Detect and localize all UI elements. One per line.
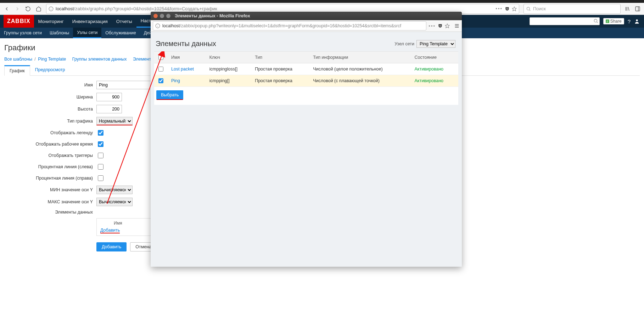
node-select[interactable]: Ping Template — [416, 40, 455, 48]
user-icon[interactable] — [634, 18, 640, 24]
pocket-icon[interactable] — [505, 6, 510, 11]
row-checkbox[interactable] — [158, 67, 163, 72]
address-text: localhost/zabbix/graphs.php?groupid=0&ho… — [56, 6, 493, 11]
table-row[interactable]: Ping icmpping[] Простая проверка Числово… — [154, 75, 458, 87]
more-icon[interactable]: ••• — [429, 23, 436, 29]
ymax-label: МАКС значение оси Y — [4, 199, 96, 204]
bc-ping-template[interactable]: Ping Template — [38, 57, 66, 62]
nav2-hostgroups[interactable]: Группы узлов сети — [0, 28, 46, 38]
popup-title-bar[interactable]: Элементы данных - Mozilla Firefox — [151, 12, 462, 20]
item-key: icmppingloss[] — [207, 63, 252, 75]
percent-left-checkbox[interactable] — [98, 164, 103, 170]
zabbix-logo[interactable]: ZABBIX — [4, 15, 34, 28]
popup-url-input[interactable]: localhost/zabbix/popup.php?writeonly=1&m… — [153, 21, 426, 30]
items-label: Элементы данных — [4, 210, 96, 215]
nav2-hosts[interactable]: Узлы сети — [73, 28, 101, 38]
triggers-checkbox[interactable] — [98, 153, 103, 158]
ymax-select[interactable]: Вычисляемое — [96, 198, 133, 206]
submit-button[interactable]: Добавить — [96, 242, 127, 251]
tab-graph[interactable]: График — [4, 65, 30, 76]
window-min-icon[interactable] — [160, 14, 164, 18]
node-label: Узел сети — [394, 41, 414, 46]
search-icon — [593, 18, 598, 23]
item-type: Простая проверка — [252, 63, 310, 75]
percent-right-checkbox[interactable] — [98, 175, 103, 181]
item-name-link[interactable]: Ping — [171, 78, 180, 83]
item-info: Числовой (с плавающей точкой) — [310, 75, 411, 87]
zabbix-search-input[interactable] — [530, 17, 600, 25]
ymin-select[interactable]: Вычисляемое — [96, 186, 133, 194]
col-name[interactable]: Имя — [168, 52, 207, 63]
svg-line-5 — [529, 10, 530, 11]
svg-point-4 — [527, 7, 530, 10]
table-row[interactable]: Lost packet icmppingloss[] Простая прове… — [154, 63, 458, 75]
col-info[interactable]: Тип информации — [310, 52, 411, 63]
items-popup-window: Элементы данных - Mozilla Firefox localh… — [151, 12, 462, 267]
nav1-monitoring[interactable]: Мониторинг — [34, 15, 68, 28]
svg-point-8 — [594, 19, 597, 22]
col-type[interactable]: Тип — [252, 52, 310, 63]
width-input[interactable] — [96, 93, 122, 101]
svg-point-10 — [636, 19, 638, 21]
search-placeholder: Поиск — [533, 6, 546, 11]
home-icon[interactable] — [34, 4, 43, 13]
legend-checkbox[interactable] — [98, 130, 103, 136]
menu-icon[interactable] — [454, 23, 460, 29]
svg-line-9 — [597, 22, 598, 23]
more-icon[interactable]: ••• — [495, 6, 503, 11]
window-close-icon[interactable] — [153, 14, 158, 18]
name-label: Имя — [4, 83, 96, 87]
window-max-icon[interactable] — [166, 14, 170, 18]
nav2-maintenance[interactable]: Обслуживание — [101, 28, 140, 38]
graph-items-header: Имя — [100, 221, 150, 226]
row-checkbox[interactable] — [158, 78, 163, 83]
type-select[interactable]: Нормальный — [96, 117, 133, 125]
bc-all-templates[interactable]: Все шаблоны — [4, 57, 32, 62]
select-all-checkbox[interactable] — [158, 55, 163, 60]
popup-heading: Элементы данных — [156, 40, 216, 48]
back-icon[interactable] — [2, 4, 11, 13]
reload-icon[interactable] — [23, 4, 33, 13]
height-label: Высота — [4, 107, 96, 112]
nav2-templates[interactable]: Шаблоны — [46, 28, 73, 38]
items-table: Имя Ключ Тип Тип информации Состояние Lo… — [154, 51, 458, 87]
svg-marker-3 — [512, 7, 516, 11]
item-status: Активировано — [412, 75, 458, 87]
info-icon — [49, 6, 54, 11]
item-info: Числовой (целое положительное) — [310, 63, 411, 75]
sidebar-icon[interactable] — [635, 6, 640, 12]
legend-label: Отображать легенду — [4, 130, 96, 135]
star-icon[interactable] — [445, 23, 450, 28]
select-button[interactable]: Выбрать — [156, 90, 183, 100]
help-icon[interactable]: ? — [628, 18, 631, 24]
bc-applications[interactable]: Группы элементов данных — [72, 57, 127, 62]
star-icon[interactable] — [512, 6, 517, 11]
height-input[interactable] — [96, 105, 122, 113]
nav1-inventory[interactable]: Инвентаризация — [68, 15, 112, 28]
item-name-link[interactable]: Lost packet — [171, 67, 194, 72]
item-status: Активировано — [412, 63, 458, 75]
search-icon — [526, 6, 531, 11]
search-bar[interactable]: Поиск — [523, 4, 621, 14]
z-share-button[interactable]: ZShare — [603, 18, 624, 24]
worktime-checkbox[interactable] — [98, 141, 103, 147]
popup-window-title: Элементы данных - Mozilla Firefox — [175, 13, 250, 18]
svg-rect-6 — [635, 7, 640, 11]
tab-preview[interactable]: Предпросмотр — [30, 65, 70, 75]
name-input[interactable] — [96, 81, 155, 89]
pright-label: Процентная линия (справа) — [4, 176, 96, 181]
graph-items-box: Имя Добавить — [96, 218, 154, 236]
pocket-icon[interactable] — [438, 23, 443, 28]
triggers-label: Отображать триггеры — [4, 153, 96, 158]
col-status[interactable]: Состояние — [412, 52, 458, 63]
info-icon — [155, 23, 160, 28]
ymin-label: МИН значение оси Y — [4, 187, 96, 192]
col-key[interactable]: Ключ — [207, 52, 252, 63]
library-icon[interactable] — [625, 6, 631, 12]
type-label: Тип графика — [4, 119, 96, 124]
nav1-reports[interactable]: Отчеты — [112, 15, 136, 28]
popup-address-bar: localhost/zabbix/popup.php?writeonly=1&m… — [151, 20, 462, 32]
width-label: Ширина — [4, 95, 96, 100]
add-item-link[interactable]: Добавить — [100, 228, 120, 233]
work-label: Отображать рабочее время — [4, 142, 96, 147]
